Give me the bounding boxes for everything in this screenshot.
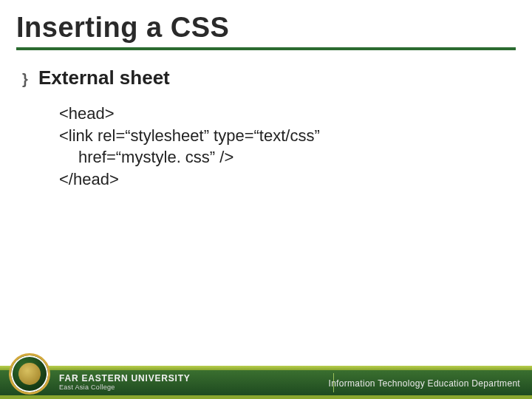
code-block: <head> <link rel=“stylesheet” type=“text… [59, 103, 473, 191]
bullet-text: External sheet [38, 66, 170, 89]
slide-title: Inserting a CSS [16, 13, 516, 43]
seal-center-icon [18, 363, 41, 385]
code-line: href=“mystyle. css” /> [59, 146, 473, 168]
footer-text-block: FAR EASTERN UNIVERSITY East Asia College [59, 374, 191, 391]
university-name: FAR EASTERN UNIVERSITY [59, 374, 191, 383]
code-line: <head> [59, 103, 473, 125]
footer: FAR EASTERN UNIVERSITY East Asia College… [0, 359, 532, 399]
college-name: East Asia College [59, 384, 191, 391]
footer-bottom-bar [0, 395, 532, 399]
code-line: </head> [59, 168, 473, 191]
code-line: <link rel=“stylesheet” type=“text/css” [59, 125, 473, 147]
title-underline [16, 47, 516, 50]
slide: Inserting a CSS } External sheet <head> … [0, 0, 532, 399]
department-name: Information Technology Education Departm… [329, 378, 521, 389]
bullet-item: } External sheet [22, 66, 516, 89]
bullet-glyph: } [22, 72, 38, 86]
university-seal-icon [9, 353, 50, 395]
